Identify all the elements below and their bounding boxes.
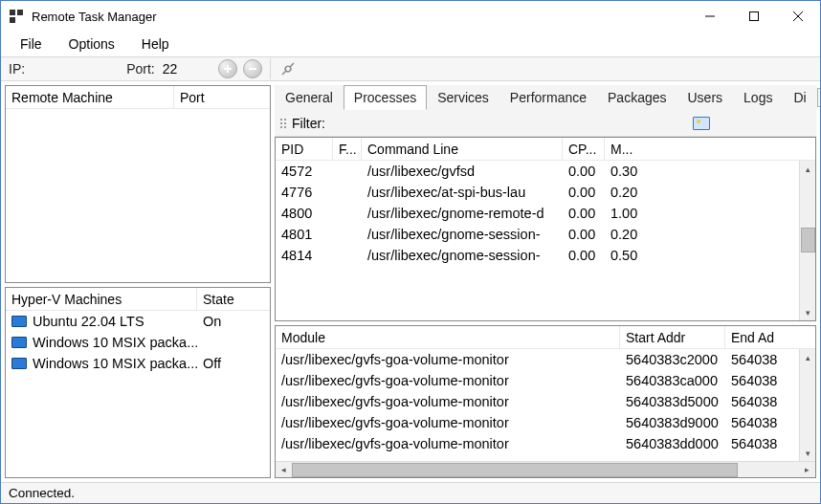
module-row[interactable]: /usr/libexec/gvfs-goa-volume-monitor5640…	[276, 412, 799, 433]
process-vscrollbar[interactable]: ▴ ▾	[799, 161, 815, 320]
col-cmd[interactable]: Command Line	[362, 138, 563, 160]
process-row[interactable]: 4814/usr/libexec/gnome-session-0.000.50	[276, 245, 799, 266]
tab-logs[interactable]: Logs	[733, 85, 783, 110]
col-remote-port[interactable]: Port	[174, 86, 270, 108]
grip-icon	[280, 119, 282, 128]
process-row[interactable]: 4572/usr/libexec/gvfsd0.000.30	[276, 161, 799, 182]
modules-panel: Module Start Addr End Ad /usr/libexec/gv…	[275, 325, 816, 478]
hyperv-row[interactable]: Windows 10 MSIX packa...Off	[6, 353, 270, 374]
col-hyperv-state[interactable]: State	[197, 288, 270, 310]
modules-vscrollbar[interactable]: ▴ ▾	[799, 349, 815, 461]
module-row[interactable]: /usr/libexec/gvfs-goa-volume-monitor5640…	[276, 370, 799, 391]
col-mem[interactable]: M...	[605, 138, 647, 160]
process-body: 4572/usr/libexec/gvfsd0.000.304776/usr/l…	[276, 161, 799, 320]
scroll-down-icon[interactable]: ▾	[800, 445, 815, 461]
cell-start: 5640383d9000	[620, 415, 725, 430]
cell-end: 564038	[725, 436, 799, 451]
col-end-addr[interactable]: End Ad	[725, 326, 815, 348]
add-host-button[interactable]	[218, 59, 237, 78]
main-area: Remote Machine Port Hyper-V Machines Sta…	[1, 81, 820, 482]
col-remote-machine[interactable]: Remote Machine	[6, 86, 174, 108]
module-row[interactable]: /usr/libexec/gvfs-goa-volume-monitor5640…	[276, 391, 799, 412]
cell-pid: 4572	[276, 164, 333, 179]
module-row[interactable]: /usr/libexec/gvfs-goa-volume-monitor5640…	[276, 433, 799, 454]
menu-help[interactable]: Help	[130, 34, 181, 54]
cell-pid: 4814	[276, 248, 333, 263]
tab-di[interactable]: Di	[783, 85, 816, 110]
cell-cpu: 0.00	[563, 164, 605, 179]
port-label: Port:	[122, 61, 159, 77]
modules-header: Module Start Addr End Ad	[276, 326, 815, 349]
cell-cmd: /usr/libexec/gvfsd	[362, 164, 563, 179]
tab-users[interactable]: Users	[677, 85, 734, 110]
modules-body: /usr/libexec/gvfs-goa-volume-monitor5640…	[276, 349, 799, 461]
svg-rect-2	[10, 17, 15, 23]
col-f[interactable]: F...	[333, 138, 362, 160]
remove-host-button[interactable]	[243, 59, 262, 78]
menu-options[interactable]: Options	[57, 34, 126, 54]
cell-module: /usr/libexec/gvfs-goa-volume-monitor	[276, 415, 620, 430]
close-button[interactable]	[776, 1, 820, 32]
tab-performance[interactable]: Performance	[499, 85, 597, 110]
ip-input[interactable]	[31, 59, 121, 78]
tab-scroll-left[interactable]: ◂	[817, 88, 821, 107]
module-row[interactable]: /usr/libexec/gvfs-goa-volume-monitor5640…	[276, 349, 799, 370]
cell-end: 564038	[725, 352, 799, 367]
tab-processes[interactable]: Processes	[344, 85, 427, 110]
process-row[interactable]: 4801/usr/libexec/gnome-session-0.000.20	[276, 224, 799, 245]
maximize-button[interactable]	[732, 1, 776, 32]
col-module[interactable]: Module	[276, 326, 620, 348]
col-cpu[interactable]: CP...	[563, 138, 605, 160]
modules-hscrollbar[interactable]: ◂ ▸	[276, 461, 815, 477]
title-bar: Remote Task Manager	[1, 1, 820, 32]
cell-mem: 0.30	[605, 164, 647, 179]
vm-icon	[11, 316, 27, 327]
process-row[interactable]: 4800/usr/libexec/gnome-remote-d0.001.00	[276, 203, 799, 224]
svg-rect-1	[17, 10, 23, 15]
col-pid[interactable]: PID	[276, 138, 333, 160]
toolbar-separator	[270, 58, 271, 79]
menu-file[interactable]: File	[9, 34, 54, 54]
app-icon	[9, 9, 24, 24]
cell-module: /usr/libexec/gvfs-goa-volume-monitor	[276, 394, 620, 409]
scroll-up-icon[interactable]: ▴	[800, 161, 815, 177]
scroll-thumb[interactable]	[801, 228, 815, 252]
hyperv-header: Hyper-V Machines State	[6, 288, 270, 311]
port-input[interactable]	[161, 59, 205, 78]
vm-name: Windows 10 MSIX packa...	[33, 356, 197, 371]
hyperv-row[interactable]: Ubuntu 22.04 LTSOn	[6, 311, 270, 332]
vm-icon	[11, 337, 27, 348]
minimize-button[interactable]	[688, 1, 732, 32]
col-hyperv-name[interactable]: Hyper-V Machines	[6, 288, 197, 310]
image-icon[interactable]	[693, 117, 710, 130]
tab-packages[interactable]: Packages	[597, 85, 677, 110]
vm-state: Off	[197, 356, 270, 371]
scroll-down-icon[interactable]: ▾	[800, 304, 815, 320]
remote-machines-panel: Remote Machine Port	[5, 85, 271, 283]
cell-start: 5640383dd000	[620, 436, 725, 451]
tab-services[interactable]: Services	[427, 85, 499, 110]
filter-label: Filter:	[292, 116, 325, 131]
cell-pid: 4800	[276, 206, 333, 221]
connection-toolbar: IP: Port:	[1, 56, 820, 81]
cell-start: 5640383d5000	[620, 394, 725, 409]
hyperv-row[interactable]: Windows 10 MSIX packa...	[6, 332, 270, 353]
scroll-right-icon[interactable]: ▸	[799, 462, 815, 477]
remote-machines-header: Remote Machine Port	[6, 86, 270, 109]
hscroll-thumb[interactable]	[292, 463, 738, 477]
process-row[interactable]: 4776/usr/libexec/at-spi-bus-lau0.000.20	[276, 182, 799, 203]
tab-general[interactable]: General	[275, 85, 344, 110]
col-start-addr[interactable]: Start Addr	[620, 326, 725, 348]
remote-machines-body[interactable]	[6, 109, 270, 282]
vm-state: On	[197, 314, 270, 329]
cell-module: /usr/libexec/gvfs-goa-volume-monitor	[276, 352, 620, 367]
cell-cmd: /usr/libexec/gnome-remote-d	[362, 206, 563, 221]
hyperv-body: Ubuntu 22.04 LTSOnWindows 10 MSIX packa.…	[6, 311, 270, 477]
scroll-up-icon[interactable]: ▴	[800, 349, 815, 365]
settings-button[interactable]	[278, 59, 298, 78]
cell-end: 564038	[725, 373, 799, 388]
filter-input[interactable]	[333, 114, 524, 133]
scroll-left-icon[interactable]: ◂	[276, 462, 292, 477]
window-controls	[688, 1, 820, 32]
cell-end: 564038	[725, 394, 799, 409]
